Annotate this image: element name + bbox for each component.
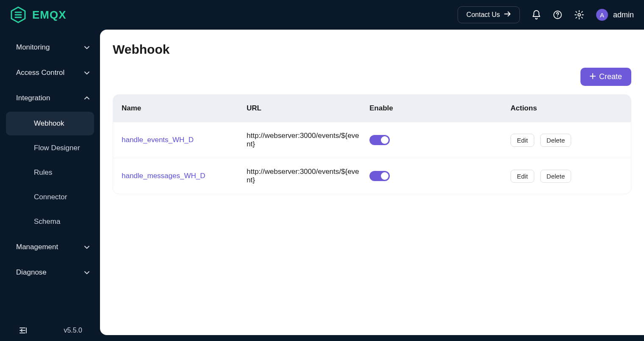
create-button[interactable]: Create bbox=[580, 68, 631, 86]
webhook-table: Name URL Enable Actions handle_events_WH… bbox=[113, 94, 631, 194]
webhook-url: http://webserver:3000/events/${event} bbox=[247, 132, 369, 148]
toggle-knob bbox=[381, 172, 389, 180]
sidebar-item-label: Schema bbox=[34, 217, 60, 226]
chevron-down-icon bbox=[84, 243, 90, 251]
sidebar-sub-flow-designer[interactable]: Flow Designer bbox=[6, 136, 94, 160]
webhook-name-link[interactable]: handle_messages_WH_D bbox=[122, 172, 205, 180]
sidebar-item-management[interactable]: Management bbox=[0, 234, 100, 260]
column-header-name: Name bbox=[122, 104, 247, 113]
webhook-name-link[interactable]: handle_events_WH_D bbox=[122, 136, 194, 144]
logo-area[interactable]: EMQX bbox=[10, 6, 67, 23]
top-right-controls: Contact Us A admin bbox=[458, 6, 634, 23]
chevron-down-icon bbox=[84, 94, 90, 102]
sidebar-item-access-control[interactable]: Access Control bbox=[0, 60, 100, 85]
sidebar-item-label: Webhook bbox=[34, 119, 64, 128]
column-header-actions: Actions bbox=[511, 104, 622, 113]
chevron-down-icon bbox=[84, 268, 90, 277]
sidebar-item-label: Flow Designer bbox=[34, 144, 80, 152]
sidebar-item-label: Access Control bbox=[16, 69, 64, 77]
sidebar-item-label: Diagnose bbox=[16, 268, 47, 277]
sidebar-sub-connector[interactable]: Connector bbox=[6, 185, 94, 209]
gear-icon[interactable] bbox=[574, 10, 584, 20]
toggle-knob bbox=[381, 136, 389, 144]
hexagon-logo-icon bbox=[10, 6, 26, 23]
webhook-url: http://webserver:3000/events/${event} bbox=[247, 168, 369, 184]
edit-button[interactable]: Edit bbox=[511, 134, 534, 147]
enable-toggle[interactable] bbox=[369, 135, 390, 145]
sidebar-item-label: Connector bbox=[34, 193, 67, 201]
top-bar: EMQX Contact Us A admin bbox=[0, 0, 644, 30]
svg-point-6 bbox=[578, 14, 580, 16]
chevron-down-icon bbox=[84, 43, 90, 52]
plus-icon bbox=[590, 72, 596, 81]
svg-point-5 bbox=[557, 16, 558, 17]
avatar: A bbox=[596, 9, 608, 21]
main-content: Webhook Create Name URL Enable Actions h… bbox=[100, 30, 644, 335]
sidebar-footer: v5.5.0 bbox=[0, 320, 100, 341]
avatar-initial: A bbox=[600, 11, 604, 19]
table-header: Name URL Enable Actions bbox=[113, 95, 631, 122]
help-icon[interactable] bbox=[553, 10, 562, 19]
column-header-enable: Enable bbox=[369, 104, 511, 113]
sidebar-item-label: Monitoring bbox=[16, 43, 50, 52]
username-label: admin bbox=[613, 11, 634, 19]
delete-button[interactable]: Delete bbox=[540, 170, 571, 183]
sidebar-item-integration[interactable]: Integration bbox=[0, 85, 100, 111]
chevron-down-icon bbox=[84, 69, 90, 77]
contact-us-button[interactable]: Contact Us bbox=[458, 6, 520, 23]
column-header-url: URL bbox=[247, 104, 369, 113]
sidebar-item-diagnose[interactable]: Diagnose bbox=[0, 260, 100, 285]
collapse-sidebar-icon[interactable] bbox=[19, 327, 28, 334]
table-row: handle_events_WH_D http://webserver:3000… bbox=[113, 122, 631, 158]
sidebar-sub-webhook[interactable]: Webhook bbox=[6, 112, 94, 135]
brand-name: EMQX bbox=[32, 8, 67, 22]
bell-icon[interactable] bbox=[532, 10, 541, 20]
arrow-right-icon bbox=[504, 11, 511, 19]
page-title: Webhook bbox=[113, 42, 631, 57]
enable-toggle[interactable] bbox=[369, 171, 390, 181]
contact-us-label: Contact Us bbox=[466, 11, 500, 19]
table-row: handle_messages_WH_D http://webserver:30… bbox=[113, 158, 631, 194]
version-label: v5.5.0 bbox=[64, 327, 82, 334]
sidebar-sub-schema[interactable]: Schema bbox=[6, 210, 94, 234]
sidebar: Monitoring Access Control Integration We… bbox=[0, 30, 100, 341]
create-button-label: Create bbox=[599, 72, 622, 81]
toolbar: Create bbox=[113, 68, 631, 86]
sidebar-item-monitoring[interactable]: Monitoring bbox=[0, 35, 100, 60]
sidebar-item-label: Integration bbox=[16, 94, 50, 102]
sidebar-item-label: Management bbox=[16, 243, 58, 251]
sidebar-item-label: Rules bbox=[34, 168, 52, 177]
edit-button[interactable]: Edit bbox=[511, 170, 534, 183]
sidebar-sub-rules[interactable]: Rules bbox=[6, 161, 94, 184]
user-menu[interactable]: A admin bbox=[596, 9, 634, 21]
delete-button[interactable]: Delete bbox=[540, 134, 571, 147]
